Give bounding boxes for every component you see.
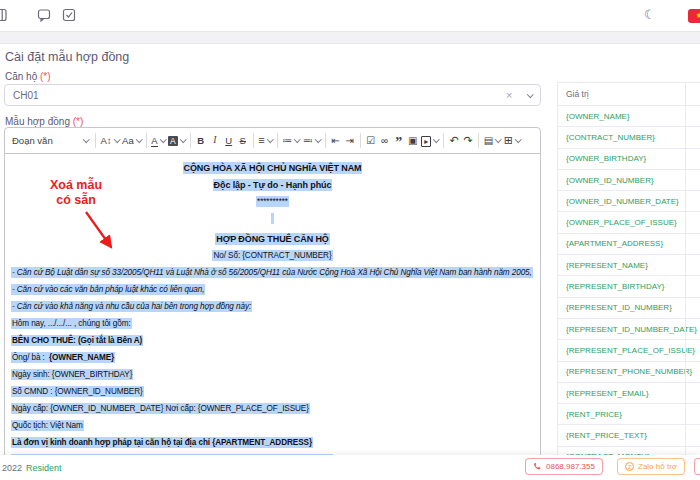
table-row[interactable]: {OWNER_PLACE_OF_ISSUE} — [558, 212, 700, 233]
font-size-button[interactable] — [99, 131, 121, 151]
italic-icon — [213, 135, 216, 146]
bold-button[interactable] — [194, 131, 208, 151]
grid-icon[interactable] — [0, 8, 7, 26]
editor-paragraph: Ông/ bà : {OWNER_NAME} — [11, 352, 534, 364]
font-color-button[interactable] — [150, 131, 167, 151]
page-title: Cài đặt mẫu hợp đồng — [5, 50, 129, 64]
table-row[interactable]: {OWNER_ID_NUMBER} — [558, 170, 700, 191]
table-row[interactable]: {REPRESENT_BIRTHDAY} — [558, 276, 700, 297]
block-quote-icon — [395, 136, 402, 146]
editor-paragraph: - Căn cứ vào các văn bản pháp luật khác … — [11, 284, 534, 296]
table-row[interactable]: {REPRESENT_PLACE_OF_ISSUE} — [558, 340, 700, 361]
editor-paragraph — [11, 213, 534, 228]
footer: 2022Resident 0868.987.355 Z Zalo hỗ trợ — [0, 455, 700, 480]
insert-template-icon — [484, 136, 493, 146]
brand-link[interactable]: Resident — [26, 463, 62, 473]
selected-text: Ngày sinh: {OWNER_BIRTHDAY} — [11, 369, 133, 380]
font-background-button[interactable] — [167, 131, 187, 151]
placeholder-value[interactable]: {REPRESENT_BIRTHDAY} — [566, 282, 664, 291]
indent-button[interactable] — [343, 131, 357, 151]
underline-button[interactable] — [222, 131, 236, 151]
placeholder-value[interactable]: {OWNER_BIRTHDAY} — [566, 154, 646, 163]
placeholder-value[interactable]: {REPRESENT_PLACE_OF_ISSUE} — [566, 346, 695, 355]
media-button[interactable] — [420, 131, 441, 151]
vietnam-flag-icon[interactable]: ★ — [688, 9, 700, 23]
editor-paragraph: - Căn cứ Bộ Luật dân sự số 33/2005/QH11 … — [11, 267, 534, 279]
check-square-icon[interactable] — [62, 8, 76, 26]
zalo-support-button[interactable]: Z Zalo hỗ trợ — [617, 458, 685, 475]
image-button[interactable] — [406, 131, 420, 151]
redo-button[interactable] — [461, 131, 475, 151]
font-family-button[interactable] — [121, 131, 143, 151]
clear-icon[interactable]: × — [506, 90, 512, 101]
table-row[interactable]: {REPRESENT_PHONE_NUMBER} — [558, 362, 700, 383]
block-quote-button[interactable] — [392, 131, 406, 151]
placeholder-value[interactable]: {REPRESENT_PHONE_NUMBER} — [566, 367, 692, 376]
editor-paragraph: Quốc tịch: Việt Nam — [11, 420, 534, 432]
toolbar-separator — [253, 133, 254, 148]
placeholder-value[interactable]: {REPRESENT_NAME} — [566, 261, 648, 270]
contract-template-editor: Đoạn văn CỘNG HÒA XÃ HỘI CHỦ NGHĨA VIỆT … — [4, 127, 541, 480]
chevron-down-icon — [315, 136, 321, 142]
placeholder-value[interactable]: {APARTMENT_ADDRESS} — [566, 239, 663, 248]
editor-paragraph: Hôm nay, .../.../... , chúng tôi gồm: — [11, 318, 534, 330]
outdent-button[interactable] — [329, 131, 343, 151]
strikethrough-button[interactable] — [236, 131, 250, 151]
placeholder-value[interactable]: {REPRESENT_ID_NUMBER_DATE} — [566, 325, 697, 334]
required-asterisk: (*) — [73, 116, 84, 127]
link-button[interactable] — [378, 131, 392, 151]
placeholder-value[interactable]: {OWNER_ID_NUMBER_DATE} — [566, 197, 679, 206]
undo-button[interactable] — [447, 131, 461, 151]
apartment-select[interactable]: CH01 × — [4, 84, 541, 106]
placeholder-value[interactable]: {REPRESENT_ID_NUMBER} — [566, 303, 672, 312]
selected-text: Độc lập - Tự do - Hạnh phúc — [213, 179, 333, 191]
table-row[interactable]: {REPRESENT_ID_NUMBER} — [558, 298, 700, 319]
placeholder-value[interactable]: {RENT_PRICE} — [566, 410, 622, 419]
toolbar-separator — [146, 133, 147, 148]
editor-paragraph: Ngày sinh: {OWNER_BIRTHDAY} — [11, 369, 534, 381]
chat-icon[interactable] — [37, 8, 51, 26]
toolbar-separator — [95, 133, 96, 148]
chevron-down-icon[interactable] — [527, 91, 533, 97]
ordered-list-button[interactable] — [281, 131, 302, 151]
chevron-down-icon — [83, 136, 89, 142]
phone-support-button[interactable]: 0868.987.355 — [525, 458, 603, 475]
table-row[interactable]: {APARTMENT_ADDRESS} — [558, 234, 700, 255]
editor-paragraph: Là đơn vị kinh doanh hợp pháp tại căn hộ… — [11, 437, 534, 449]
selected-text: Quốc tịch: Việt Nam — [11, 420, 84, 431]
editor-content-area[interactable]: CỘNG HÒA XÃ HỘI CHỦ NGHĨA VIỆT NAMĐộc lậ… — [5, 154, 540, 466]
bullet-list-button[interactable] — [301, 131, 322, 151]
align-button[interactable] — [257, 131, 274, 151]
todo-list-button[interactable] — [364, 131, 378, 151]
table-row[interactable]: {RENT_PRICE_TEXT} — [558, 425, 700, 446]
paragraph-style-select[interactable]: Đoạn văn — [8, 131, 92, 151]
selected-text: Ngày cấp: {OWNER_ID_NUMBER_DATE} Nơi cấp… — [11, 403, 310, 414]
table-row[interactable]: {OWNER_ID_NUMBER_DATE} — [558, 191, 700, 212]
selected-text: - Căn cứ Bộ Luật dân sự số 33/2005/QH11 … — [11, 267, 533, 278]
top-navbar: ☾ ★ — [0, 0, 700, 31]
table-row[interactable]: {CONTRACT_NUMBER} — [558, 127, 700, 148]
table-row[interactable]: {REPRESENT_EMAIL} — [558, 383, 700, 404]
table-button[interactable] — [502, 131, 522, 151]
apartment-select-value: CH01 — [13, 90, 506, 101]
placeholder-value[interactable]: {REPRESENT_EMAIL} — [566, 389, 649, 398]
placeholder-value[interactable]: {RENT_PRICE_TEXT} — [566, 431, 647, 440]
placeholder-value[interactable]: {CONTRACT_NUMBER} — [566, 133, 655, 142]
table-row[interactable]: {OWNER_BIRTHDAY} — [558, 149, 700, 170]
table-row[interactable]: {OWNER_NAME} — [558, 106, 700, 127]
partial-button[interactable] — [694, 458, 700, 475]
selected-text: {OWNER_NAME} — [48, 352, 115, 363]
italic-button[interactable] — [208, 131, 222, 151]
placeholder-value[interactable]: {OWNER_NAME} — [566, 112, 630, 121]
table-row[interactable]: {RENT_PRICE} — [558, 404, 700, 425]
selected-text: Số CMND : {OWNER_ID_NUMBER} — [11, 386, 144, 397]
table-row[interactable]: {REPRESENT_NAME} — [558, 255, 700, 276]
insert-template-button[interactable] — [482, 131, 502, 151]
selected-text: - Căn cứ vào các văn bản pháp luật khác … — [11, 284, 205, 295]
editor-paragraph: ********** — [11, 196, 534, 208]
moon-icon[interactable]: ☾ — [644, 7, 656, 22]
placeholder-value[interactable]: {OWNER_ID_NUMBER} — [566, 176, 654, 185]
placeholder-value[interactable]: {OWNER_PLACE_OF_ISSUE} — [566, 218, 677, 227]
table-row[interactable]: {REPRESENT_ID_NUMBER_DATE} — [558, 319, 700, 340]
toolbar-separator — [277, 133, 278, 148]
